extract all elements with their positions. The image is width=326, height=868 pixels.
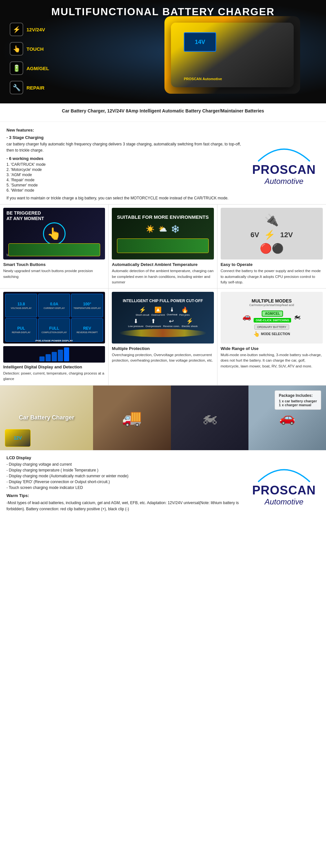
feature-icon: ⚡ [10,23,23,36]
bar-20 [39,356,44,361]
current-label: CURRENT-DISPLAY [44,307,65,309]
banner-moto: 🏍 [171,385,249,450]
short-icon: ⚡ [139,306,146,313]
overcurrent-icon: 🔼 [155,306,162,313]
plug-icon: 🔌 [264,213,279,227]
banner-device: 12V [5,429,31,447]
agm-label: AGM/CEL [262,311,283,317]
reverse-label: Reverse conn. [163,325,180,328]
temp-val: 100° [83,302,91,306]
overheat-icon: 🌡 [169,306,175,313]
protect-feature-desc: Overcharging protection, Overvoltage pro… [112,352,214,364]
repair-val: PUL [18,326,25,331]
sun-icon: ☀️ [146,225,155,233]
feature-grid-row2: 13.8 VOLTAGE-DISPLAY 0.0A CURRENT-DISPLA… [0,288,326,385]
mode-item: 4. 'Repair' mode [6,178,242,182]
feature-grid-row1: BE TRIGGERED AT ANY MOMENT 👆 MODE SELECT… [0,204,326,288]
bar-40 [45,354,51,361]
screen-temp: 100° TEMPERATURE-DISPLAY [71,294,103,317]
modes-subtitle: Car/motorcycle/start/stop/lead acid [250,304,294,307]
feature-icon: 🔧 [10,81,23,94]
protect-wave [119,329,206,337]
modes-row: 🚗 AGM/CEL ONE-CLICK SWITCHING 🏍 [242,311,301,322]
protection-icons: ⚡Short circuit 🔼Overcurrent 🌡Overheat 🔥F… [136,306,190,316]
package-box: Package Includes: 1 x car battery charge… [274,391,321,410]
lcd-logo: PROSCAN Automotive [249,455,320,512]
env-icons: ☀️ ⛅ ❄️ [146,225,180,233]
fire-label: Fire prev. [179,313,190,316]
reverse-icon: ↩ [169,318,174,325]
lcd-item: - Display charging temperature ( Inside … [6,468,239,472]
full-val: FULL [49,326,59,331]
voltage-label: VOLTAGE-DISPLAY [11,307,32,309]
easy-feature-title: Easy to Operate [221,262,323,267]
package-item-1: 1 x car battery charger [279,399,317,403]
screen-reverse: REV REVERSE-PROMPT [71,318,103,342]
lcd-section: LCD Display - Display charging voltage a… [0,450,326,517]
touch-feature-title: Smart Touch Buttons [3,262,105,267]
proscan-logo: PROSCAN Automotive [249,137,319,189]
easy-feature-img: 🔌 6V ⚡ 12V 🔴⚫ [221,208,323,259]
env-title: SUITABLE FOR MORE ENVIRONMENTS [117,214,209,220]
moto-image: 🏍 [171,385,249,450]
touch-feature-img: BE TRIGGERED AT ANY MOMENT 👆 MODE SELECT… [3,208,105,259]
feature-icon: 👆 [10,42,23,56]
modes-title: MULTIPLE MODES [252,298,292,304]
feature-label: TOUCH [27,46,44,52]
hero-features: ⚡12V/24V👆TOUCH🔋AGM/GEL🔧REPAIR [10,23,49,94]
full-label: COMPLETION-DISPLAY [41,331,67,334]
product-title-section: Car Battery Charger, 12V/24V 8Amp Intell… [0,103,326,122]
feature-cell-modes: MULTIPLE MODES Car/motorcycle/start/stop… [218,288,326,385]
modes-feature-desc: Multi-mode one-button switching, 3-mode … [221,352,323,369]
screen-full: FULL COMPLETION-DISPLAY [38,318,70,342]
chip-label: INTELLIGENT CHIP FULL POWER CUT-OFF [123,299,203,303]
snow-icon: ❄️ [171,225,180,233]
shock-label: Electric shock [182,325,197,328]
mode-item: 3. 'AGM' mode [6,173,242,177]
modes-feature-title: Wide Range of Use [221,346,323,351]
one-click-label: ONE-CLICK SWITCHING [254,318,291,322]
bar-80 [58,350,63,361]
banner-charger: Car Battery Charger 12V [0,385,93,450]
ordinary-label: ORDINARY BATTERY [254,324,289,330]
overheat-label: Overheat [167,313,177,316]
mode-item: 5. 'Summer' mode [6,183,242,187]
display-feature-desc: Detection: power, current, temperature, … [3,371,105,382]
modes-feature-img: MULTIPLE MODES Car/motorcycle/start/stop… [221,292,323,343]
power-bars [39,347,69,361]
mode-item: 2. 'Motorcycle' mode [6,167,242,172]
repair-label: REPAIR-DISPLAY [12,331,31,334]
warm-label: Warm Tips: [6,493,239,498]
overcurrent-label: Overcurrent [151,313,165,316]
moto-icon: 🏍 [294,312,301,321]
five-stage-label: FIVE-STAGE POWER DISPLAY [36,339,73,342]
bolt-icon: ⚡ [264,229,275,240]
protect-reverse: ↩Reverse conn. [163,318,180,328]
package-item-2: 1 x charger manual [279,403,317,407]
screen-repair: PUL REPAIR-DISPLAY [5,318,37,342]
overpress-icon: ⬆ [151,318,156,325]
touch-overlay: BE TRIGGERED AT ANY MOMENT [6,210,44,221]
feature-label: 12V/24V [27,27,45,32]
lowpress-label: Low pressure [128,325,143,328]
hero-feature-item: 👆TOUCH [10,42,49,56]
display-feature-img: 13.8 VOLTAGE-DISPLAY 0.0A CURRENT-DISPLA… [3,292,105,343]
voltage-display: 6V ⚡ 12V [251,229,293,240]
env-feature-title: Automatically Detect Ambient Temperature [112,262,214,267]
truck-image: 🚚 [93,385,171,450]
desc-left: New features: - 3 Stage Charging car bat… [6,125,242,201]
voltage-6v: 6V [251,231,259,239]
feature-cell-protection: INTELLIGENT CHIP FULL POWER CUT-OFF ⚡Sho… [108,288,217,385]
env-feature-img: SUITABLE FOR MORE ENVIRONMENTS ☀️ ⛅ ❄️ [112,208,214,259]
touch-line1: BE TRIGGERED [6,210,44,216]
product-image: 14V PROSCAN Automotive [164,16,300,94]
protection-icons-2: ⬇Low pressure ⬆Overpressure ↩Reverse con… [128,318,197,328]
banner-truck: 🚚 [93,385,171,450]
fire-icon: 🔥 [181,306,188,313]
cloud-icon: ⛅ [158,225,167,233]
agm-center: AGM/CEL ONE-CLICK SWITCHING [254,311,291,322]
lcd-item: - Touch screen charging mode indicator L… [6,485,239,490]
brand-main: PROSCAN [252,163,316,177]
warm-text: -Most types of lead-acid batteries, incl… [6,500,239,512]
hero-feature-item: ⚡12V/24V [10,23,49,36]
